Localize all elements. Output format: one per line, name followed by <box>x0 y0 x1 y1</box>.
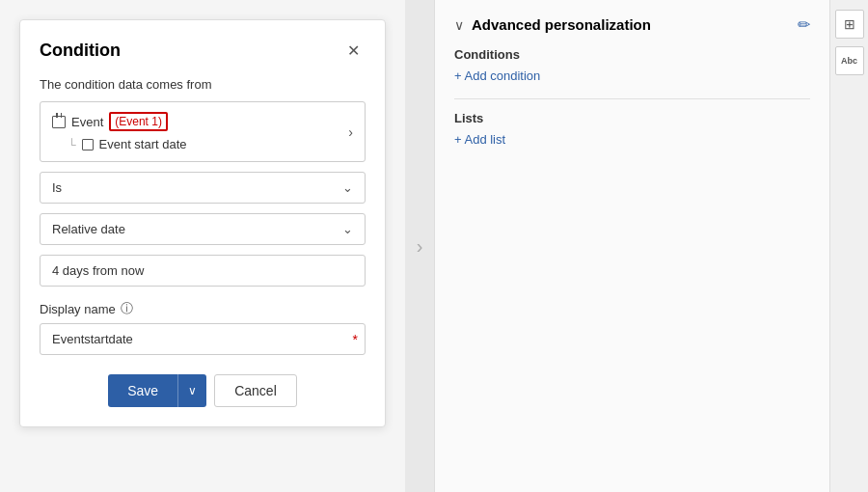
lists-subsection: Lists + Add list <box>454 111 810 147</box>
display-name-label: Display name ⓘ <box>40 300 366 317</box>
event-name: Event <box>71 115 103 129</box>
event-badge: (Event 1) <box>109 112 168 131</box>
save-btn-group: Save ∨ <box>108 374 206 407</box>
add-condition-link[interactable]: + Add condition <box>454 68 540 83</box>
right-panel: ∨ Advanced personalization ✏ Conditions … <box>434 0 829 492</box>
info-icon: ⓘ <box>121 300 133 317</box>
modal-header: Condition ✕ <box>40 40 366 62</box>
tree-indent: └ <box>68 138 76 151</box>
modal-footer: Save ∨ Cancel <box>40 374 366 407</box>
display-name-input-wrapper: * <box>40 323 366 355</box>
icon-panel: ⊞ Abc <box>829 0 868 492</box>
text-icon-button[interactable]: Abc <box>835 46 864 75</box>
modal-title: Condition <box>40 41 121 61</box>
event-sub-row: └ Event start date <box>52 137 187 151</box>
source-chevron-right-icon: › <box>348 124 353 140</box>
close-button[interactable]: ✕ <box>341 40 366 62</box>
advanced-title: Advanced personalization <box>472 16 651 33</box>
required-star: * <box>353 332 358 347</box>
relative-date-chevron-icon: ⌄ <box>342 222 353 236</box>
source-content: Event (Event 1) └ Event start date <box>52 112 187 151</box>
advanced-chevron-icon[interactable]: ∨ <box>454 17 464 33</box>
advanced-section: ∨ Advanced personalization ✏ Conditions … <box>454 15 810 162</box>
source-label: The condition data comes from <box>40 77 366 92</box>
divider <box>454 98 810 99</box>
event-row: Event (Event 1) <box>52 112 187 131</box>
days-from-now-field: 4 days from now <box>40 255 366 287</box>
advanced-header: ∨ Advanced personalization ✏ <box>454 15 810 34</box>
text-icon: Abc <box>841 56 857 66</box>
lists-title: Lists <box>454 111 810 125</box>
arrow-separator: › <box>405 0 434 492</box>
edit-icon[interactable]: ✏ <box>798 15 810 34</box>
grid-icon: ⊞ <box>844 16 855 32</box>
save-button[interactable]: Save <box>108 374 177 407</box>
days-from-now-text: 4 days from now <box>52 263 144 278</box>
add-list-link[interactable]: + Add list <box>454 132 505 147</box>
grid-icon-button[interactable]: ⊞ <box>835 10 864 39</box>
save-dropdown-button[interactable]: ∨ <box>177 374 206 407</box>
event-sub-icon <box>82 139 94 150</box>
condition-modal: Condition ✕ The condition data comes fro… <box>19 19 386 427</box>
save-dropdown-icon: ∨ <box>188 384 197 397</box>
relative-date-value: Relative date <box>52 222 125 236</box>
advanced-title-row: ∨ Advanced personalization <box>454 16 651 33</box>
close-icon: ✕ <box>347 42 360 59</box>
conditions-subsection: Conditions + Add condition <box>454 47 810 83</box>
arrow-right-icon: › <box>417 235 423 258</box>
cancel-button[interactable]: Cancel <box>214 374 297 407</box>
calendar-icon <box>52 116 66 128</box>
modal-overlay: Condition ✕ The condition data comes fro… <box>0 0 405 492</box>
event-sub-label: Event start date <box>99 137 187 151</box>
display-name-input[interactable] <box>40 323 366 355</box>
is-value: Is <box>52 180 62 195</box>
conditions-title: Conditions <box>454 47 810 62</box>
relative-date-select[interactable]: Relative date ⌄ <box>40 213 366 245</box>
is-chevron-icon: ⌄ <box>342 180 353 195</box>
display-name-text: Display name <box>40 302 116 316</box>
source-box[interactable]: Event (Event 1) └ Event start date › <box>40 101 366 162</box>
is-select[interactable]: Is ⌄ <box>40 172 366 204</box>
display-name-section: Display name ⓘ * <box>40 300 366 355</box>
